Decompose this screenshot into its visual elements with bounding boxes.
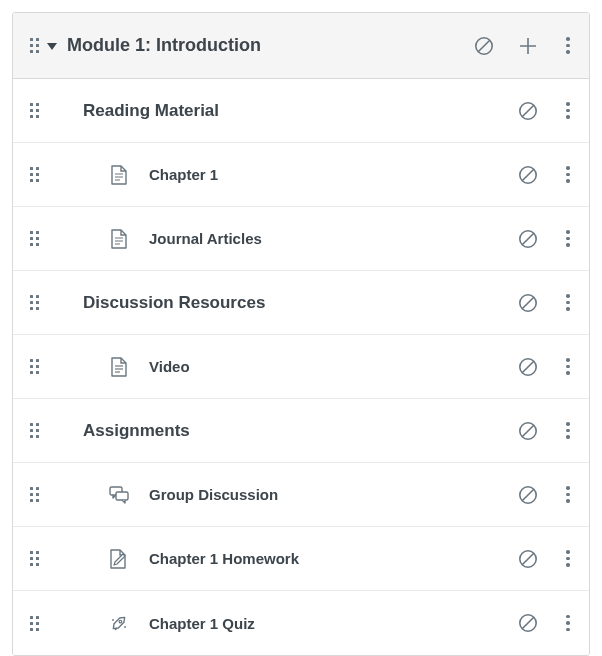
drag-handle-icon[interactable] <box>27 231 41 246</box>
subheader-label: Reading Material <box>83 101 517 121</box>
quiz-icon <box>109 613 129 633</box>
unpublished-icon[interactable] <box>517 356 539 378</box>
item-options-menu[interactable] <box>561 166 575 183</box>
drag-handle-icon[interactable] <box>27 616 41 631</box>
row-actions <box>517 100 575 122</box>
svg-point-32 <box>119 620 123 624</box>
row-actions <box>517 484 575 506</box>
drag-handle-icon[interactable] <box>27 103 41 118</box>
drag-handle-icon[interactable] <box>27 167 41 182</box>
svg-line-23 <box>522 361 534 373</box>
module-item[interactable]: Chapter 1 Quiz <box>13 591 589 655</box>
item-options-menu[interactable] <box>561 230 575 247</box>
row-actions <box>517 292 575 314</box>
item-label: Chapter 1 Quiz <box>149 615 517 632</box>
page-icon <box>109 229 129 249</box>
unpublished-icon[interactable] <box>517 548 539 570</box>
item-options-menu[interactable] <box>561 615 575 632</box>
discussion-icon <box>109 485 129 505</box>
drag-handle-icon[interactable] <box>27 38 41 53</box>
svg-marker-0 <box>47 43 57 50</box>
module-item[interactable]: Chapter 1 <box>13 143 589 207</box>
module-item[interactable]: Chapter 1 Homework <box>13 527 589 591</box>
collapse-toggle[interactable] <box>47 41 57 51</box>
svg-point-33 <box>112 619 114 621</box>
drag-handle-icon[interactable] <box>27 295 41 310</box>
svg-line-18 <box>522 297 534 309</box>
unpublished-icon[interactable] <box>517 484 539 506</box>
svg-line-11 <box>522 169 534 181</box>
svg-line-6 <box>522 105 534 117</box>
page-icon <box>109 165 129 185</box>
item-options-menu[interactable] <box>561 550 575 567</box>
item-options-menu[interactable] <box>561 294 575 311</box>
item-label: Chapter 1 <box>149 166 517 183</box>
module-actions <box>473 35 575 57</box>
module-subheader: Assignments <box>13 399 589 463</box>
svg-line-31 <box>522 553 534 565</box>
module-item[interactable]: Journal Articles <box>13 207 589 271</box>
item-label: Chapter 1 Homework <box>149 550 517 567</box>
row-actions <box>517 164 575 186</box>
unpublished-icon[interactable] <box>517 292 539 314</box>
item-label: Video <box>149 358 517 375</box>
row-actions <box>517 420 575 442</box>
module-title: Module 1: Introduction <box>67 35 473 56</box>
module-subheader: Discussion Resources <box>13 271 589 335</box>
page-icon <box>109 357 129 377</box>
module-options-menu[interactable] <box>561 37 575 54</box>
drag-handle-icon[interactable] <box>27 359 41 374</box>
unpublished-icon[interactable] <box>473 35 495 57</box>
unpublished-icon[interactable] <box>517 612 539 634</box>
drag-handle-icon[interactable] <box>27 551 41 566</box>
svg-line-37 <box>522 617 534 629</box>
drag-handle-icon[interactable] <box>27 423 41 438</box>
item-label: Journal Articles <box>149 230 517 247</box>
module-subheader: Reading Material <box>13 79 589 143</box>
subheader-label: Discussion Resources <box>83 293 517 313</box>
item-options-menu[interactable] <box>561 486 575 503</box>
svg-line-29 <box>522 489 534 501</box>
assignment-icon <box>109 549 129 569</box>
module-item[interactable]: Video <box>13 335 589 399</box>
item-options-menu[interactable] <box>561 358 575 375</box>
subheader-label: Assignments <box>83 421 517 441</box>
module-item[interactable]: Group Discussion <box>13 463 589 527</box>
item-label: Group Discussion <box>149 486 517 503</box>
svg-point-34 <box>124 626 126 628</box>
svg-line-16 <box>522 233 534 245</box>
unpublished-icon[interactable] <box>517 164 539 186</box>
module-header: Module 1: Introduction <box>13 13 589 79</box>
row-actions <box>517 548 575 570</box>
svg-line-25 <box>522 425 534 437</box>
unpublished-icon[interactable] <box>517 420 539 442</box>
item-options-menu[interactable] <box>561 102 575 119</box>
item-options-menu[interactable] <box>561 422 575 439</box>
unpublished-icon[interactable] <box>517 228 539 250</box>
row-actions <box>517 612 575 634</box>
drag-handle-icon[interactable] <box>27 487 41 502</box>
add-item-button[interactable] <box>517 35 539 57</box>
row-actions <box>517 356 575 378</box>
unpublished-icon[interactable] <box>517 100 539 122</box>
svg-rect-27 <box>116 492 128 500</box>
module-container: Module 1: Introduction Reading Material <box>12 12 590 656</box>
svg-line-2 <box>478 40 490 52</box>
row-actions <box>517 228 575 250</box>
